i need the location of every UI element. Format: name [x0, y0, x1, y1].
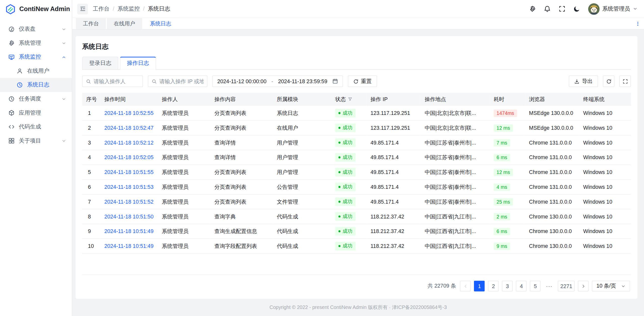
- time-link[interactable]: 2024-11-18 10:51:50: [104, 213, 154, 219]
- tab-operation-log[interactable]: 操作日志: [120, 57, 156, 70]
- cube-icon: [8, 110, 15, 116]
- column-header-2: 操作人: [158, 93, 210, 106]
- sidebar-item-system-monitor[interactable]: 系统监控: [0, 50, 72, 64]
- copyright-text: Copyright © 2022 - present ContiNew Admi…: [269, 304, 447, 311]
- tab-login-log[interactable]: 登录日志: [82, 57, 118, 69]
- time-link[interactable]: 2024-11-18 10:52:47: [104, 125, 154, 131]
- prev-page-button[interactable]: [460, 281, 471, 291]
- sidebar-item-task-schedule[interactable]: 任务调度: [0, 92, 72, 106]
- sidebar-item-system-management[interactable]: 系统管理: [0, 36, 72, 50]
- nav-tab-online-users[interactable]: 在线用户: [107, 18, 142, 29]
- cell-operator: 系统管理员: [158, 165, 210, 180]
- nav-tab-workbench[interactable]: 工作台: [76, 18, 106, 29]
- cell-duration: 1474ms: [490, 106, 525, 120]
- ip-search-input[interactable]: [159, 78, 204, 84]
- duration-tag: 1474ms: [494, 109, 517, 117]
- cell-location: 中国|江西省|九江市|...: [421, 209, 490, 224]
- status-badge: 成功: [335, 153, 356, 162]
- reset-button[interactable]: 重置: [348, 75, 377, 87]
- refresh-table-button[interactable]: [603, 75, 615, 87]
- page-button-4[interactable]: 4: [516, 281, 527, 291]
- time-link[interactable]: 2024-11-18 10:52:55: [104, 110, 154, 116]
- page-button-5[interactable]: 5: [530, 281, 541, 291]
- page-ellipsis[interactable]: ···: [544, 281, 554, 291]
- sidebar-collapse-button[interactable]: [77, 4, 88, 14]
- export-button[interactable]: 导出: [569, 75, 598, 87]
- cell-content: 分页查询列表: [210, 120, 273, 135]
- time-link[interactable]: 2024-11-18 10:51:53: [104, 184, 154, 190]
- app-title: ContiNew Admin: [19, 5, 70, 13]
- page-size-select[interactable]: 10 条/页: [592, 281, 630, 291]
- operator-search-input[interactable]: [94, 78, 139, 84]
- cell-location: 中国|江苏省|泰州市|...: [421, 150, 490, 165]
- time-link[interactable]: 2024-11-18 10:51:49: [104, 243, 154, 249]
- page-button-2[interactable]: 2: [488, 281, 499, 291]
- settings-icon[interactable]: [529, 5, 536, 12]
- status-badge: 成功: [335, 212, 356, 221]
- fullscreen-icon[interactable]: [558, 5, 566, 12]
- column-header-7: 操作地点: [421, 93, 490, 106]
- cell-status: 成功: [331, 150, 366, 165]
- time-link[interactable]: 2024-11-18 10:52:05: [104, 154, 154, 160]
- cell-content: 分页查询列表: [210, 165, 273, 180]
- filter-icon[interactable]: [348, 97, 352, 101]
- operator-search-field[interactable]: [82, 75, 143, 87]
- page-size-value: 10 条/页: [596, 282, 616, 290]
- nav-tab-system-log[interactable]: 系统日志: [143, 18, 178, 29]
- dark-mode-icon[interactable]: [573, 5, 580, 12]
- logo[interactable]: ContiNew Admin: [0, 0, 72, 18]
- cell-duration: 4 ms: [490, 179, 525, 194]
- time-link[interactable]: 2024-11-18 10:52:12: [104, 140, 154, 146]
- cell-content: 查询字典: [210, 209, 273, 224]
- tabs-more-icon[interactable]: [632, 18, 644, 29]
- time-link[interactable]: 2024-11-18 10:51:55: [104, 169, 154, 175]
- cell-time: 2024-11-18 10:52:05: [100, 150, 158, 165]
- table-header-row: 序号操作时间操作人操作内容所属模块状态操作 IP操作地点耗时浏览器终端系统: [82, 93, 631, 106]
- cell-ip: 49.85.171.4: [366, 179, 421, 194]
- total-count: 共 22709 条: [428, 282, 456, 290]
- cell-status: 成功: [331, 120, 366, 135]
- cell-no: 8: [82, 209, 100, 224]
- time-link[interactable]: 2024-11-18 10:51:52: [104, 199, 154, 205]
- column-header-6: 操作 IP: [366, 93, 421, 106]
- cell-content: 查询生成配置信息: [210, 224, 273, 239]
- cell-ip: 49.85.171.4: [366, 165, 421, 180]
- breadcrumb-item-1[interactable]: 系统监控: [117, 5, 140, 12]
- cell-duration: 7 ms: [490, 135, 525, 150]
- sidebar-item-online-users[interactable]: 在线用户: [0, 64, 72, 78]
- next-page-button[interactable]: [578, 281, 589, 291]
- page-button-3[interactable]: 3: [502, 281, 513, 291]
- sidebar-item-app-management[interactable]: 应用管理: [0, 106, 72, 120]
- cell-time: 2024-11-18 10:52:12: [100, 135, 158, 150]
- cell-ip: 118.212.37.42: [366, 224, 421, 239]
- chevron-left-icon: [463, 284, 468, 288]
- cell-browser: Chrome 131.0.0.0: [525, 194, 579, 209]
- date-range-picker[interactable]: 2024-11-12 00:00:00 - 2024-11-18 23:59:5…: [212, 75, 343, 87]
- sidebar-item-system-log[interactable]: 系统日志: [0, 78, 72, 92]
- cell-location: 中国|江苏省|泰州市|...: [421, 135, 490, 150]
- sidebar-item-about-project[interactable]: 关于项目: [0, 134, 72, 148]
- table-row: 62024-11-18 10:51:53系统管理员分页查询列表公告管理成功49.…: [82, 179, 631, 194]
- cell-os: Windows 10: [579, 224, 631, 239]
- chevron-right-icon: [581, 284, 586, 288]
- page-button-2271[interactable]: 2271: [558, 281, 575, 291]
- status-badge: 成功: [335, 168, 356, 176]
- cell-browser: Chrome 131.0.0.0: [525, 135, 579, 150]
- sidebar-item-dashboard[interactable]: 仪表盘: [0, 22, 72, 36]
- ip-search-field[interactable]: [148, 75, 208, 87]
- menu-fold-icon: [79, 6, 86, 12]
- cell-module: 代码生成: [273, 239, 331, 253]
- table-fullscreen-button[interactable]: [619, 75, 631, 87]
- user-menu[interactable]: 系统管理员: [588, 3, 637, 15]
- sidebar-item-code-generation[interactable]: 代码生成: [0, 120, 72, 134]
- sidebar-menu: 仪表盘系统管理系统监控在线用户系统日志任务调度应用管理代码生成关于项目: [0, 18, 72, 148]
- notifications-icon[interactable]: [544, 5, 551, 12]
- cell-module: 用户管理: [273, 135, 331, 150]
- page-button-1[interactable]: 1: [474, 281, 485, 291]
- cell-time: 2024-11-18 10:51:52: [100, 194, 158, 209]
- breadcrumb-item-0[interactable]: 工作台: [93, 5, 109, 12]
- time-link[interactable]: 2024-11-18 10:51:49: [104, 228, 154, 234]
- cell-status: 成功: [331, 194, 366, 209]
- breadcrumb-item-2[interactable]: 系统日志: [148, 5, 170, 12]
- cell-no: 1: [82, 106, 100, 120]
